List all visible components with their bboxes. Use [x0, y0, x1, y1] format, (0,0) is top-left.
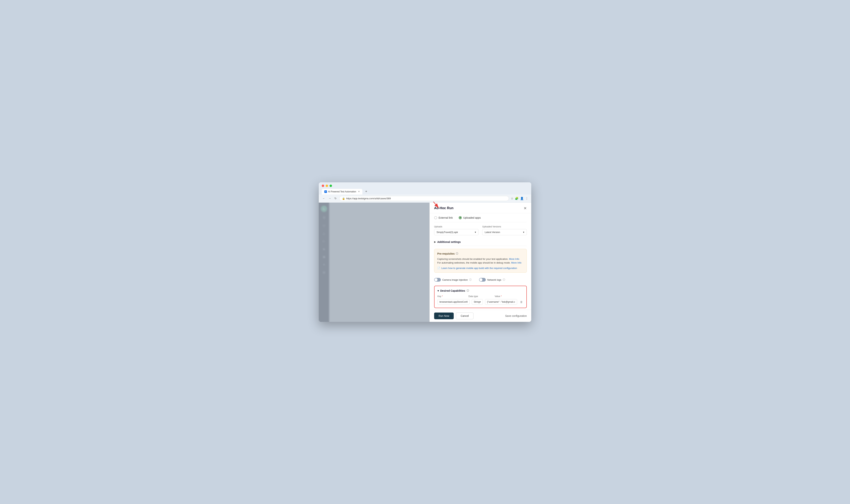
camera-injection-toggle[interactable]: [434, 278, 441, 282]
radio-label-external: External link: [439, 216, 453, 219]
prereq-info-icon[interactable]: ⓘ: [456, 252, 458, 255]
content-area: L ☰ ◻ △ ▷ ◈ ◉ ✦ ⊞: [319, 203, 531, 322]
camera-injection-label: Camera image injection: [443, 278, 468, 281]
extension-icon[interactable]: 🧩: [515, 197, 519, 200]
menu-icon[interactable]: ⋮: [525, 197, 528, 200]
cap-key-required: *: [442, 295, 443, 298]
url-bar[interactable]: 🔒 https://app.testsigma.com/ui/td/cases/…: [339, 196, 509, 201]
prereq-box: Pre-requisites ⓘ Capturing screenshots s…: [434, 249, 527, 273]
profile-icon[interactable]: 👤: [520, 197, 524, 200]
address-actions: ☆ 🧩 👤 ⋮: [511, 197, 528, 200]
tabs-row: ⚙ AI Powered Test Automation ✕ +: [322, 189, 528, 195]
form-row-uploads: Uploads SimplyTravel(3).apk ▾ Uploaded V…: [434, 222, 527, 238]
prereq-title: Pre-requisites ⓘ: [437, 252, 524, 255]
prereq-line1: Capturing screenshots should be enabled …: [437, 257, 508, 260]
uploaded-versions-chevron-icon: ▾: [523, 231, 524, 234]
modal-panel: Ad-Hoc Run ✕ External link Uploaded apps: [430, 203, 531, 322]
close-modal-button[interactable]: ✕: [524, 206, 527, 211]
capabilities-table: Key * Data type Value *: [437, 295, 523, 305]
uploads-select[interactable]: SimplyTravel(3).apk ▾: [434, 229, 479, 235]
footer-left: Run Now Cancel: [434, 312, 473, 319]
left-panel: L ☰ ◻ △ ▷ ◈ ◉ ✦ ⊞: [319, 203, 430, 322]
capabilities-header[interactable]: ▾ Desired Capabilities ⓘ: [437, 289, 523, 292]
cap-type-select[interactable]: String ▾: [472, 299, 483, 305]
cap-col-headers: Key * Data type Value *: [437, 295, 523, 298]
forward-button[interactable]: →: [328, 196, 332, 201]
uploaded-versions-value: Latest Version: [485, 231, 500, 234]
network-logs-toggle[interactable]: [479, 278, 486, 282]
modal-footer: Run Now Cancel Save configuration: [430, 310, 531, 322]
tab-favicon: ⚙: [324, 190, 327, 193]
uploads-group: Uploads SimplyTravel(3).apk ▾: [434, 226, 479, 235]
modal-header: Ad-Hoc Run ✕: [430, 203, 531, 213]
additional-settings-label: Additional settings: [437, 240, 461, 244]
camera-injection-thumb: [434, 278, 437, 281]
modal-title: Ad-Hoc Run: [434, 206, 453, 210]
bookmark-icon[interactable]: ☆: [511, 197, 513, 200]
modal-body: External link Uploaded apps Uploads: [430, 213, 531, 310]
prereq-learn-link-text: Learn how to generate mobile app build w…: [441, 267, 517, 270]
cap-col-type-header: Data type: [468, 295, 492, 298]
uploads-chevron-icon: ▾: [475, 231, 476, 234]
additional-settings-chevron-icon: ▶: [434, 241, 436, 243]
radio-uploaded-apps[interactable]: Uploaded apps: [459, 216, 481, 219]
cap-type-value: String: [474, 301, 480, 303]
additional-settings-toggle[interactable]: ▶ Additional settings: [434, 238, 527, 246]
prereq-more-info-2[interactable]: More Info: [511, 261, 521, 264]
uploaded-versions-select[interactable]: Latest Version ▾: [482, 229, 527, 235]
url-text: https://app.testsigma.com/ui/td/cases/38…: [346, 197, 391, 200]
uploaded-versions-label: Uploaded Versions: [482, 226, 527, 228]
network-logs-group: Network logs ⓘ: [479, 278, 505, 282]
browser-window: ⚙ AI Powered Test Automation ✕ + ← → ↻ 🔒…: [319, 182, 531, 322]
reload-button[interactable]: ↻: [334, 196, 337, 201]
maximize-dot[interactable]: [330, 184, 332, 187]
address-bar: ← → ↻ 🔒 https://app.testsigma.com/ui/td/…: [319, 195, 531, 203]
network-logs-thumb: [480, 278, 482, 281]
prereq-info: Capturing screenshots should be enabled …: [437, 257, 524, 265]
prereq-title-text: Pre-requisites: [437, 252, 455, 255]
uploads-label: Uploads: [434, 226, 479, 228]
prereq-line2: For automating webviews, the mobile app …: [437, 261, 510, 264]
radio-group: External link Uploaded apps: [434, 213, 527, 222]
camera-injection-info-icon[interactable]: ⓘ: [469, 278, 472, 282]
cap-type-chevron-icon: ▾: [480, 301, 481, 303]
capabilities-title: Desired Capabilities: [440, 289, 465, 292]
cap-value-required: *: [501, 295, 502, 298]
radio-external-link[interactable]: External link: [434, 216, 453, 219]
prereq-learn-link[interactable]: 📄 Learn how to generate mobile app build…: [437, 267, 524, 270]
capabilities-section: ▾ Desired Capabilities ⓘ Key * Data type: [434, 286, 527, 308]
new-tab-button[interactable]: +: [364, 189, 369, 194]
cap-row-1: String ▾ 🗑: [437, 299, 523, 305]
cancel-button[interactable]: Cancel: [456, 312, 473, 319]
capabilities-info-icon[interactable]: ⓘ: [467, 289, 469, 292]
toggles-row: Camera image injection ⓘ Network logs ⓘ: [434, 276, 527, 284]
back-button[interactable]: ←: [322, 196, 326, 201]
run-now-button[interactable]: Run Now: [434, 312, 454, 319]
cap-key-input[interactable]: [437, 299, 470, 305]
radio-dot-uploaded: [459, 217, 461, 218]
active-tab[interactable]: ⚙ AI Powered Test Automation ✕: [322, 189, 362, 195]
cap-delete-button[interactable]: 🗑: [519, 300, 523, 304]
radio-circle-uploaded: [459, 216, 462, 219]
cap-value-input[interactable]: [485, 299, 517, 305]
url-lock-icon: 🔒: [342, 197, 345, 200]
cap-col-key-header: Key *: [437, 295, 466, 298]
network-logs-label: Network logs: [487, 278, 501, 281]
uploads-value: SimplyTravel(3).apk: [437, 231, 458, 234]
window-controls: [322, 184, 528, 187]
uploaded-versions-group: Uploaded Versions Latest Version ▾: [482, 226, 527, 235]
close-dot[interactable]: [322, 184, 324, 187]
save-configuration-button[interactable]: Save configuration: [505, 314, 527, 317]
tab-close-button[interactable]: ✕: [358, 190, 360, 193]
capabilities-chevron-icon: ▾: [437, 289, 439, 292]
tab-title: AI Powered Test Automation: [328, 190, 356, 193]
title-bar: ⚙ AI Powered Test Automation ✕ +: [319, 182, 531, 195]
camera-injection-group: Camera image injection ⓘ: [434, 278, 472, 282]
prereq-more-info-1[interactable]: More Info: [509, 257, 519, 260]
minimize-dot[interactable]: [326, 184, 328, 187]
radio-label-uploaded: Uploaded apps: [463, 216, 481, 219]
left-overlay: [319, 203, 430, 322]
prereq-link-icon: 📄: [437, 267, 440, 270]
cap-col-value-header: Value *: [495, 295, 523, 298]
network-logs-info-icon[interactable]: ⓘ: [503, 278, 505, 282]
